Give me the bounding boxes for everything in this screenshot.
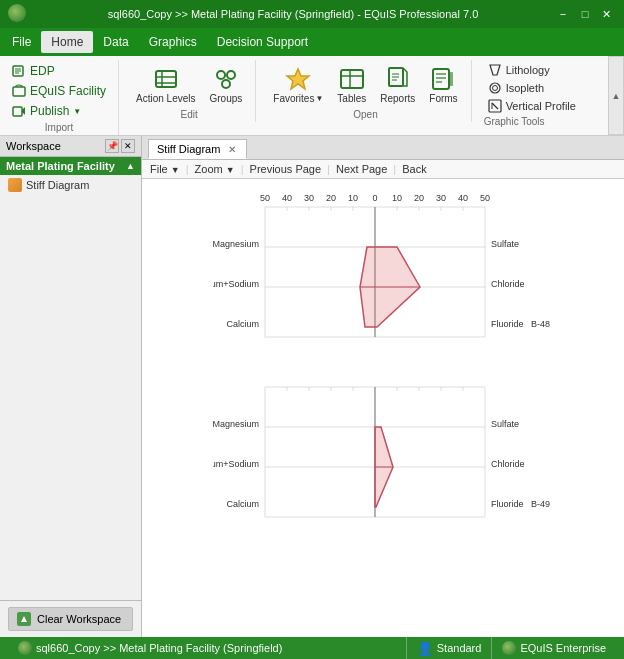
- stiff-diagram-b49: Magnesium Potassium+Sodium Calcium Sulfa…: [213, 369, 553, 529]
- toolbar-sep2: |: [241, 163, 244, 175]
- edp-icon: [12, 64, 26, 78]
- toolbar-sep3: |: [327, 163, 330, 175]
- vertical-profile-icon: [488, 99, 502, 113]
- graphic-tools-label: Graphic Tools: [484, 116, 545, 127]
- equis-facility-icon: [12, 84, 26, 98]
- facility-name: Metal Plating Facility: [6, 160, 115, 172]
- collapse-arrow-icon: ▲: [612, 91, 621, 101]
- svg-text:50: 50: [260, 193, 270, 203]
- clear-workspace-icon: [17, 612, 31, 626]
- svg-text:40: 40: [458, 193, 468, 203]
- action-levels-icon: [152, 65, 180, 93]
- edp-button[interactable]: EDP: [8, 62, 110, 80]
- zoom-arrow-icon: ▼: [226, 165, 235, 175]
- connection-icon: [18, 641, 32, 655]
- next-page-button[interactable]: Next Page: [336, 163, 387, 175]
- reports-button[interactable]: Reports: [375, 62, 420, 107]
- edition-text: EQuIS Enterprise: [520, 642, 606, 654]
- menu-decision-support[interactable]: Decision Support: [207, 31, 318, 53]
- svg-text:B-49: B-49: [531, 499, 550, 509]
- equis-facility-button[interactable]: EQuIS Facility: [8, 82, 110, 100]
- svg-text:Chloride: Chloride: [491, 279, 525, 289]
- stiff-diagram-icon: [8, 178, 22, 192]
- svg-text:50: 50: [480, 193, 490, 203]
- svg-text:40: 40: [282, 193, 292, 203]
- svg-text:20: 20: [414, 193, 424, 203]
- workspace-title: Workspace: [6, 140, 61, 152]
- workspace-pin-button[interactable]: 📌: [105, 139, 119, 153]
- clear-workspace-area: Clear Workspace: [0, 600, 141, 637]
- menu-file[interactable]: File: [2, 31, 41, 53]
- svg-text:Magnesium: Magnesium: [213, 419, 259, 429]
- workspace-panel: Workspace 📌 ✕ Metal Plating Facility ▲ S…: [0, 136, 142, 637]
- workspace-spacer: [0, 195, 141, 600]
- svg-text:Calcium: Calcium: [226, 499, 259, 509]
- svg-rect-21: [433, 69, 449, 89]
- workspace-header: Workspace 📌 ✕: [0, 136, 141, 157]
- toolbar-sep1: |: [186, 163, 189, 175]
- minimize-button[interactable]: −: [554, 6, 572, 22]
- stiff-diagram-tab[interactable]: Stiff Diagram ✕: [148, 139, 247, 159]
- ribbon-collapse-button[interactable]: ▲: [608, 56, 624, 135]
- window-controls: − □ ✕: [554, 6, 616, 22]
- facility-collapse-icon: ▲: [126, 161, 135, 171]
- svg-point-27: [490, 83, 500, 93]
- close-button[interactable]: ✕: [598, 6, 616, 22]
- reports-icon: [384, 65, 412, 93]
- svg-text:30: 30: [436, 193, 446, 203]
- status-edition: EQuIS Enterprise: [492, 637, 616, 659]
- svg-line-30: [492, 103, 498, 109]
- menu-graphics[interactable]: Graphics: [139, 31, 207, 53]
- diagram-canvas: 50 40 30 20 10 0 10 20 30 40 50 Magnesiu…: [142, 179, 624, 637]
- vertical-profile-button[interactable]: Vertical Profile: [484, 98, 580, 114]
- svg-text:10: 10: [392, 193, 402, 203]
- publish-button[interactable]: Publish ▼: [8, 102, 110, 120]
- import-group-label: Import: [8, 122, 110, 133]
- window-title: sql660_Copy >> Metal Plating Facility (S…: [108, 8, 479, 20]
- diagram-file-menu[interactable]: File ▼: [150, 163, 180, 175]
- stiff-diagram-b48: 50 40 30 20 10 0 10 20 30 40 50 Magnesiu…: [213, 189, 553, 349]
- svg-text:Magnesium: Magnesium: [213, 239, 259, 249]
- forms-icon: [429, 65, 457, 93]
- app-icon: [8, 4, 32, 25]
- menu-home[interactable]: Home: [41, 31, 93, 53]
- tables-icon: [338, 65, 366, 93]
- publish-icon: [12, 104, 26, 118]
- menu-data[interactable]: Data: [93, 31, 138, 53]
- action-levels-button[interactable]: Action Levels: [131, 62, 200, 107]
- svg-text:Fluoride: Fluoride: [491, 319, 524, 329]
- svg-rect-6: [156, 71, 176, 87]
- groups-button[interactable]: Groups: [205, 62, 248, 107]
- diagram-zoom-menu[interactable]: Zoom ▼: [195, 163, 235, 175]
- ribbon: EDP EQuIS Facility Publish ▼ Import Acti…: [0, 56, 624, 136]
- tables-button[interactable]: Tables: [332, 62, 371, 107]
- status-bar: sql660_Copy >> Metal Plating Facility (S…: [0, 637, 624, 659]
- back-button[interactable]: Back: [402, 163, 426, 175]
- clear-workspace-button[interactable]: Clear Workspace: [8, 607, 133, 631]
- previous-page-button[interactable]: Previous Page: [250, 163, 322, 175]
- svg-text:Calcium: Calcium: [226, 319, 259, 329]
- svg-text:Sulfate: Sulfate: [491, 239, 519, 249]
- edition-icon: [502, 641, 516, 655]
- stiff-diagram-tree-item[interactable]: Stiff Diagram: [0, 175, 141, 195]
- forms-button[interactable]: Forms: [424, 62, 462, 107]
- isopleth-icon: [488, 81, 502, 95]
- favorites-arrow: ▼: [315, 94, 323, 103]
- stiff-tab-close-button[interactable]: ✕: [226, 143, 238, 155]
- svg-text:30: 30: [304, 193, 314, 203]
- maximize-button[interactable]: □: [576, 6, 594, 22]
- svg-text:10: 10: [348, 193, 358, 203]
- standard-text: Standard: [437, 642, 482, 654]
- lithology-button[interactable]: Lithology: [484, 62, 580, 78]
- workspace-close-button[interactable]: ✕: [121, 139, 135, 153]
- main-area: Workspace 📌 ✕ Metal Plating Facility ▲ S…: [0, 136, 624, 637]
- status-standard: 👤 Standard: [407, 637, 493, 659]
- favorites-button[interactable]: Favorites ▼: [268, 62, 328, 107]
- facility-header: Metal Plating Facility ▲: [0, 157, 141, 175]
- menu-bar: File Home Data Graphics Decision Support: [0, 28, 624, 56]
- svg-rect-14: [341, 70, 363, 88]
- favorites-icon: [284, 65, 312, 93]
- connection-text: sql660_Copy >> Metal Plating Facility (S…: [36, 642, 282, 654]
- standard-icon: 👤: [417, 641, 433, 656]
- isopleth-button[interactable]: Isopleth: [484, 80, 580, 96]
